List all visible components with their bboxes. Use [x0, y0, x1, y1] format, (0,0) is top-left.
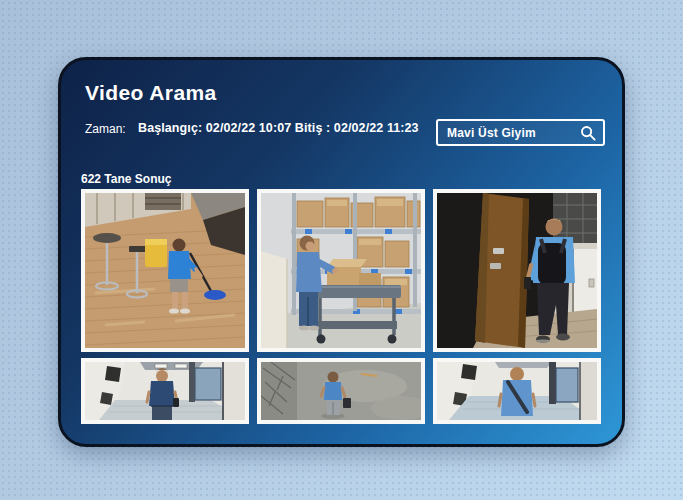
results-count: 622 Tane Sonuç	[81, 172, 171, 186]
search-icon[interactable]	[580, 125, 596, 141]
video-thumbnail-2[interactable]	[257, 189, 425, 352]
video-search-panel: Video Arama Zaman: Başlangıç: 02/02/22 1…	[58, 57, 625, 447]
time-label: Zaman:	[85, 122, 126, 136]
video-thumbnail-5[interactable]	[257, 358, 425, 424]
results-grid	[81, 189, 601, 424]
thumbnail-image-hallway-back	[437, 362, 597, 420]
page-title: Video Arama	[85, 81, 217, 105]
thumbnail-image-doorway	[437, 193, 597, 348]
video-thumbnail-6[interactable]	[433, 358, 601, 424]
thumbnail-image-outdoor	[261, 362, 421, 420]
time-range-value: Başlangıç: 02/02/22 10:07 Bitiş : 02/02/…	[138, 121, 419, 135]
thumbnail-image-warehouse	[261, 193, 421, 348]
video-thumbnail-3[interactable]	[433, 189, 601, 352]
video-thumbnail-4[interactable]	[81, 358, 249, 424]
video-thumbnail-1[interactable]	[81, 189, 249, 352]
thumbnail-image-mopping	[85, 193, 245, 348]
search-input[interactable]	[438, 126, 580, 140]
thumbnail-image-hallway-front	[85, 362, 245, 420]
search-box[interactable]	[436, 119, 605, 146]
page-background: { "header": { "title": "Video Arama" }, …	[0, 0, 683, 500]
